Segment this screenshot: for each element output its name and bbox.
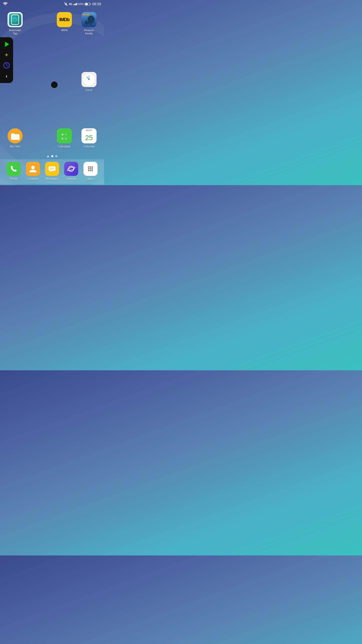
dock-phone[interactable]: Phone (5, 162, 22, 180)
svg-text:÷: ÷ (65, 137, 67, 141)
clock-icon-graphic (82, 72, 96, 87)
dock-phone-label: Phone (10, 177, 18, 180)
timer-icon (3, 62, 10, 69)
svg-point-20 (31, 166, 35, 169)
dock-contacts-label: Contacts (27, 177, 38, 180)
svg-point-30 (88, 168, 89, 170)
internet-icon (67, 164, 76, 173)
app-label-imdb: IMDb (61, 29, 68, 32)
page-dot-active (51, 155, 53, 157)
network-type: 4G (69, 3, 72, 6)
wifi-icon (3, 2, 8, 6)
app-label-calendar: Calendar (83, 145, 95, 148)
automatic-tap-icon-graphic (11, 14, 19, 25)
calendar-date-number: 25 (85, 132, 93, 143)
svg-text:+: + (61, 132, 64, 137)
calendar-day-label: MON (81, 128, 97, 132)
svg-point-33 (88, 170, 89, 171)
svg-rect-6 (90, 22, 92, 25)
svg-point-31 (90, 168, 91, 170)
app-row-3: My Files + − × ÷ Calculator (5, 128, 99, 148)
status-right: 4G 63% 08:59 (64, 2, 101, 6)
svg-point-35 (92, 170, 93, 171)
app-label-kindle: AmazonKindle (84, 29, 94, 35)
app-row-2: Clock (5, 72, 99, 92)
app-label-calculator: Calculator (58, 145, 71, 148)
dock-messages[interactable]: Messages (43, 162, 61, 180)
battery-percent: 63% (78, 3, 84, 6)
svg-rect-21 (49, 166, 56, 171)
svg-text:×: × (61, 137, 63, 141)
dock-internet-label: Internet (67, 177, 76, 180)
svg-point-34 (90, 170, 91, 171)
home-content: AutomaticTap IMDb IMDb kindle (0, 7, 104, 184)
contacts-icon (28, 164, 37, 173)
app-calculator[interactable]: + − × ÷ Calculator (54, 128, 74, 148)
status-bar: 4G 63% 08:59 (0, 0, 104, 7)
page-dots (0, 153, 104, 159)
dock-messages-label: Messages (46, 177, 58, 180)
svg-text:−: − (65, 133, 67, 137)
svg-point-26 (67, 166, 75, 171)
signal-bars (73, 3, 77, 5)
app-clock[interactable]: Clock (79, 72, 99, 92)
svg-line-4 (15, 20, 16, 20)
plus-icon: + (5, 52, 8, 58)
imdb-icon-text: IMDb (59, 17, 69, 22)
page-dot-normal (55, 155, 57, 157)
svg-marker-22 (50, 171, 52, 172)
play-icon (5, 42, 9, 47)
mute-icon (64, 2, 68, 6)
svg-point-12 (88, 79, 90, 80)
phone-icon (9, 164, 18, 173)
page-dot-home (47, 155, 49, 157)
toolbar-add-button[interactable]: + (1, 50, 12, 60)
app-kindle[interactable]: kindle AmazonKindle (79, 12, 99, 35)
battery-icon (85, 3, 91, 6)
my-files-icon-graphic (10, 131, 20, 141)
calculator-icon-graphic: + − × ÷ (59, 131, 69, 141)
svg-point-28 (90, 166, 91, 168)
status-left (3, 2, 8, 6)
side-toolbar: + ‹ (0, 37, 13, 83)
svg-point-8 (85, 21, 87, 23)
toolbar-play-button[interactable] (1, 39, 12, 49)
app-label-automatic-tap: AutomaticTap (9, 29, 21, 35)
app-imdb[interactable]: IMDb IMDb (54, 12, 74, 32)
app-row-1: AutomaticTap IMDb IMDb kindle (5, 12, 99, 35)
app-calendar[interactable]: MON 25 Calendar (79, 128, 99, 148)
app-grid: AutomaticTap IMDb IMDb kindle (0, 7, 104, 153)
app-label-my-files: My Files (10, 145, 20, 148)
dock-contacts[interactable]: Contacts (24, 162, 42, 180)
messages-icon (48, 164, 57, 173)
toolbar-back-button[interactable]: ‹ (1, 71, 12, 81)
app-automatic-tap[interactable]: AutomaticTap (5, 12, 25, 35)
dock-internet[interactable]: Internet (62, 162, 80, 180)
toolbar-timer-button[interactable] (1, 60, 12, 70)
svg-point-27 (88, 166, 89, 168)
apps-icon (86, 164, 95, 173)
svg-line-19 (7, 65, 8, 66)
svg-point-32 (92, 168, 93, 170)
kindle-silhouette (81, 12, 97, 27)
dock-apps-label: Apps (87, 177, 94, 180)
svg-point-29 (92, 166, 93, 168)
status-time: 08:59 (92, 2, 101, 6)
dock: Phone Contacts Messages (0, 159, 104, 184)
floating-dot[interactable] (51, 82, 58, 88)
app-label-clock: Clock (85, 89, 93, 92)
app-my-files[interactable]: My Files (5, 128, 25, 148)
back-arrow-icon: ‹ (6, 73, 8, 79)
dock-apps[interactable]: Apps (82, 162, 99, 180)
